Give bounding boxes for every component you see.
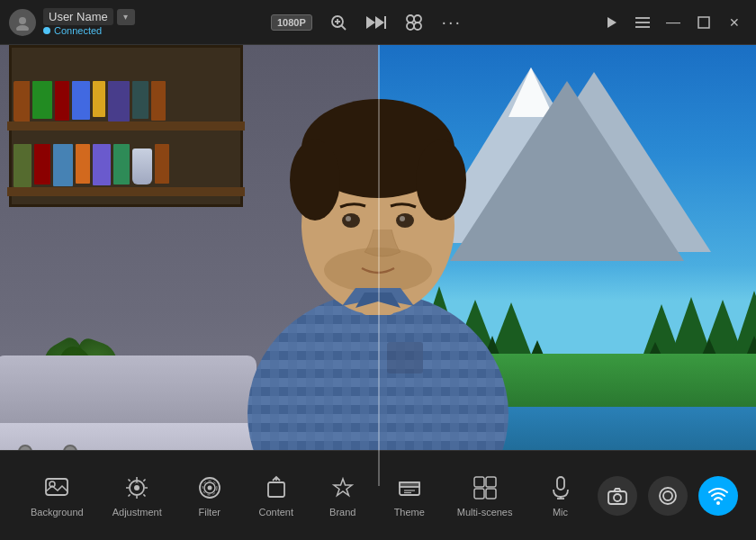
title-bar-center: 1080P ···	[271, 11, 464, 34]
camera-button[interactable]	[598, 476, 637, 516]
svg-rect-102	[608, 491, 626, 504]
theme-icon	[396, 474, 423, 501]
svg-line-84	[144, 479, 146, 481]
minimize-button[interactable]: —	[661, 10, 686, 35]
background-icon	[43, 474, 70, 501]
svg-line-82	[129, 479, 130, 481]
svg-point-67	[416, 140, 466, 220]
brand-tool[interactable]: Brand	[311, 467, 374, 525]
skip-icon[interactable]	[364, 11, 388, 34]
svg-point-70	[346, 216, 351, 221]
svg-point-10	[414, 15, 421, 22]
adjustment-icon	[123, 474, 150, 501]
connection-status: Connected	[43, 25, 135, 36]
svg-point-1	[16, 25, 29, 31]
svg-point-0	[19, 17, 26, 24]
svg-rect-97	[474, 489, 484, 499]
maximize-button[interactable]	[691, 10, 716, 35]
svg-marker-6	[366, 16, 375, 29]
resolution-badge[interactable]: 1080P	[271, 14, 312, 31]
filter-label: Filter	[199, 507, 220, 518]
svg-rect-96	[486, 477, 496, 487]
theme-tool[interactable]: Theme	[378, 467, 441, 525]
filter-icon	[196, 474, 223, 501]
svg-point-77	[134, 485, 140, 490]
svg-point-88	[207, 485, 212, 490]
layout-icon[interactable]	[402, 11, 426, 34]
svg-point-106	[716, 501, 720, 505]
svg-point-12	[414, 22, 421, 30]
video-divider	[378, 45, 380, 486]
svg-point-104	[660, 488, 676, 504]
close-button[interactable]: ✕	[722, 10, 747, 35]
hamburger-button[interactable]	[630, 10, 655, 35]
svg-rect-98	[486, 489, 496, 499]
svg-point-69	[396, 213, 414, 228]
svg-point-103	[614, 494, 621, 501]
svg-line-3	[341, 25, 346, 30]
svg-rect-8	[384, 16, 386, 29]
theme-label: Theme	[394, 507, 425, 518]
connected-label: Connected	[54, 25, 102, 36]
adjustment-label: Adjustment	[112, 507, 162, 518]
mic-tool[interactable]: Mic	[529, 467, 592, 525]
filter-tool[interactable]: Filter	[178, 467, 241, 525]
user-info: User Name ▾ Connected	[43, 8, 135, 36]
svg-point-105	[663, 491, 672, 500]
content-tool[interactable]: Content	[245, 467, 308, 525]
svg-marker-13	[608, 17, 616, 28]
avatar	[9, 9, 36, 36]
video-area	[0, 45, 756, 486]
multiscenes-label: Multi-scenes	[457, 507, 513, 518]
svg-point-9	[407, 15, 414, 22]
title-bar-right: — ✕	[599, 10, 747, 35]
content-icon	[263, 474, 290, 501]
stream-button[interactable]	[698, 476, 738, 516]
svg-rect-73	[387, 342, 423, 374]
svg-rect-99	[557, 477, 564, 490]
user-name: User Name	[43, 8, 113, 25]
svg-rect-95	[474, 477, 484, 487]
svg-line-85	[129, 494, 130, 496]
connected-dot-icon	[43, 27, 50, 34]
toolbar-right	[598, 476, 738, 516]
brand-label: Brand	[329, 507, 356, 518]
svg-line-83	[144, 494, 146, 496]
zoom-icon[interactable]	[327, 11, 350, 34]
mic-label: Mic	[553, 507, 568, 518]
svg-point-71	[400, 216, 405, 221]
svg-rect-17	[698, 17, 709, 28]
svg-rect-74	[46, 479, 68, 495]
background-label: Background	[31, 507, 84, 518]
multiscenes-icon	[472, 474, 499, 501]
brand-icon	[329, 474, 356, 501]
mic-icon	[547, 474, 574, 501]
more-icon[interactable]: ···	[440, 11, 464, 34]
user-name-row: User Name ▾	[43, 8, 135, 25]
svg-marker-7	[375, 16, 384, 29]
play-button[interactable]	[599, 10, 625, 35]
content-label: Content	[258, 507, 293, 518]
dropdown-arrow-icon[interactable]: ▾	[117, 9, 135, 25]
toolbar-main: Background Adj	[18, 467, 592, 525]
multiscenes-tool[interactable]: Multi-scenes	[445, 467, 526, 525]
background-tool[interactable]: Background	[18, 467, 96, 525]
title-bar: User Name ▾ Connected 1080P	[0, 0, 756, 45]
svg-point-11	[407, 22, 414, 30]
svg-point-68	[342, 213, 360, 228]
adjustment-tool[interactable]: Adjustment	[100, 467, 175, 525]
record-button[interactable]	[648, 476, 688, 516]
svg-point-66	[290, 140, 340, 220]
title-bar-left: User Name ▾ Connected	[9, 8, 135, 36]
svg-rect-92	[400, 482, 419, 487]
svg-rect-90	[268, 482, 284, 497]
